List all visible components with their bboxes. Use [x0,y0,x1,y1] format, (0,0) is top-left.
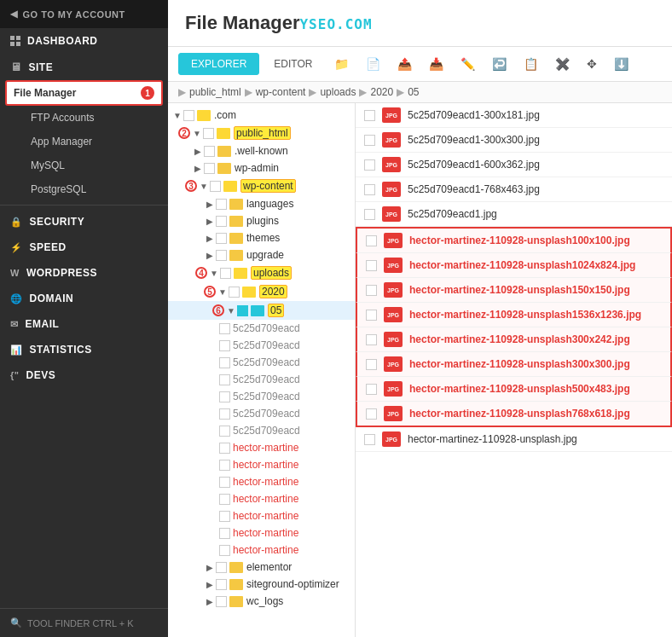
file-row[interactable]: JPG5c25d709eacd1-768x463.jpg [356,177,672,202]
sidebar-item-app-manager[interactable]: App Manager [0,130,168,153]
tree-file-1[interactable]: 5c25d709eacd [168,320,355,337]
tree-file-7[interactable]: 5c25d709eacd [168,422,355,439]
tree-file-5[interactable]: 5c25d709eacd [168,388,355,405]
tree-checkbox-public-html[interactable] [203,128,214,139]
tree-file-4[interactable]: 5c25d709eacd [168,371,355,388]
file-checkbox[interactable] [366,310,377,321]
go-to-account[interactable]: ◀ GO TO MY ACCOUNT [0,0,168,28]
file-row[interactable]: JPGhector-martinez-110928-unsplash1024x8… [356,253,672,278]
tree-checkbox-wp-content[interactable] [210,181,221,192]
breadcrumb-public-html[interactable]: public_html [189,86,241,98]
breadcrumb-wp-content[interactable]: wp-content [256,86,306,98]
file-row[interactable]: JPGhector-martinez-110928-unsplash.jpg [356,427,672,452]
tree-checkbox-f7[interactable] [219,426,230,437]
tree-public-html[interactable]: 2 ▼ public_html [168,124,355,142]
tree-file-hm2[interactable]: hector-martine [168,456,355,473]
sidebar-item-mysql[interactable]: MySQL [0,153,168,177]
file-checkbox[interactable] [366,235,377,246]
tree-plugins[interactable]: ▶ plugins [168,212,355,229]
tree-file-hm7[interactable]: hector-martine [168,541,355,559]
sidebar-section-dashboard[interactable]: DASHBOARD [0,28,168,54]
tree-checkbox-hm3[interactable] [219,477,230,488]
tree-checkbox-uploads[interactable] [220,268,231,279]
tree-checkbox-well-known[interactable] [204,146,215,157]
sidebar-section-wordpress[interactable]: W WORDPRESS [0,260,168,286]
tool-finder[interactable]: 🔍 TOOL FINDER CTRL + K [0,608,168,637]
tree-checkbox-hm6[interactable] [219,528,230,539]
file-row[interactable]: JPGhector-martinez-110928-unsplash1536x1… [356,303,672,327]
breadcrumb-2020[interactable]: 2020 [370,86,393,98]
sidebar-section-speed[interactable]: ⚡ SPEED [0,235,168,260]
tree-file-hm5[interactable]: hector-martine [168,507,355,524]
tree-file-hm1[interactable]: hector-martine [168,439,355,456]
tree-checkbox-hm1[interactable] [219,443,230,454]
move-icon[interactable]: ✥ [579,52,605,76]
file-row[interactable]: JPG5c25d709eacd1-300x300.jpg [356,128,672,153]
sidebar-section-domain[interactable]: 🌐 DOMAIN [0,286,168,311]
file-checkbox[interactable] [364,159,375,171]
tree-file-3[interactable]: 5c25d709eacd [168,354,355,371]
new-file-icon[interactable]: 📄 [358,52,388,76]
rename-icon[interactable]: ↩️ [484,52,514,76]
tree-wc-logs[interactable]: ▶ wc_logs [168,593,355,610]
tree-upgrade[interactable]: ▶ upgrade [168,246,355,263]
sidebar-item-postgresql[interactable]: PostgreSQL [0,177,168,201]
file-row[interactable]: JPGhector-martinez-110928-unsplash500x48… [356,377,672,402]
tree-checkbox-wp-admin[interactable] [204,163,215,174]
sidebar-section-email[interactable]: ✉ EMAIL [0,311,168,337]
file-row[interactable]: JPG5c25d709eacd1-600x362.jpg [356,153,672,177]
tree-05[interactable]: 6 ▼ 05 [168,301,355,320]
tree-checkbox-hm2[interactable] [219,460,230,471]
file-checkbox[interactable] [366,359,377,370]
file-checkbox[interactable] [366,285,377,296]
new-folder-icon[interactable]: 📁 [327,52,356,76]
file-checkbox[interactable] [364,434,375,445]
tree-languages[interactable]: ▶ languages [168,195,355,212]
tree-checkbox-upgrade[interactable] [216,250,227,261]
tree-wp-admin[interactable]: ▶ wp-admin [168,159,355,177]
file-checkbox[interactable] [366,384,377,395]
copy-icon[interactable]: 📋 [516,52,546,76]
file-row[interactable]: JPG5c25d709eacd1-300x181.jpg [356,103,672,128]
tree-wp-content[interactable]: 3 ▼ wp-content [168,177,355,195]
file-checkbox[interactable] [364,135,375,146]
tree-file-6[interactable]: 5c25d709eacd [168,405,355,422]
file-checkbox[interactable] [364,184,375,195]
delete-icon[interactable]: ✖️ [547,52,577,76]
tree-file-hm3[interactable]: hector-martine [168,473,355,490]
editor-button[interactable]: EDITOR [261,53,325,75]
tree-siteground[interactable]: ▶ siteground-optimizer [168,576,355,593]
tree-checkbox-plugins[interactable] [216,216,227,227]
file-row[interactable]: JPGhector-martinez-110928-unsplash768x61… [356,402,672,427]
tree-checkbox-f3[interactable] [219,357,230,368]
compress-icon[interactable]: ⬇️ [606,52,636,76]
file-checkbox[interactable] [364,110,375,121]
sidebar-section-statistics[interactable]: 📊 STATISTICS [0,337,168,362]
tree-checkbox-2020[interactable] [229,287,240,298]
tree-checkbox-05[interactable] [237,305,248,316]
sidebar-section-security[interactable]: 🔒 SECURITY [0,209,168,235]
tree-checkbox-siteground[interactable] [216,579,227,590]
sidebar-section-site[interactable]: 🖥 SITE [0,54,168,80]
file-checkbox[interactable] [366,334,377,345]
tree-file-hm6[interactable]: hector-martine [168,524,355,541]
breadcrumb-uploads[interactable]: uploads [320,86,356,98]
tree-uploads[interactable]: 4 ▼ uploads [168,263,355,282]
tree-checkbox-languages[interactable] [216,199,227,210]
explorer-button[interactable]: EXPLORER [178,53,259,75]
tree-domain[interactable]: ▼ .com [168,107,355,124]
tree-elementor[interactable]: ▶ elementor [168,559,355,576]
tree-checkbox-f4[interactable] [219,374,230,385]
file-row[interactable]: JPGhector-martinez-110928-unsplash150x15… [356,278,672,303]
tree-checkbox-hm4[interactable] [219,494,230,505]
upload-icon[interactable]: 📤 [390,52,420,76]
tree-checkbox-elementor[interactable] [216,562,227,573]
tree-checkbox-f1[interactable] [219,323,230,334]
tree-checkbox-themes[interactable] [216,233,227,244]
file-row[interactable]: JPGhector-martinez-110928-unsplash300x24… [356,327,672,352]
file-row[interactable]: JPG5c25d709eacd1.jpg [356,202,672,227]
tree-checkbox-f5[interactable] [219,391,230,402]
file-row[interactable]: JPGhector-martinez-110928-unsplash100x10… [356,227,672,253]
tree-file-2[interactable]: 5c25d709eacd [168,337,355,354]
sidebar-item-file-manager[interactable]: File Manager 1 [5,80,163,106]
